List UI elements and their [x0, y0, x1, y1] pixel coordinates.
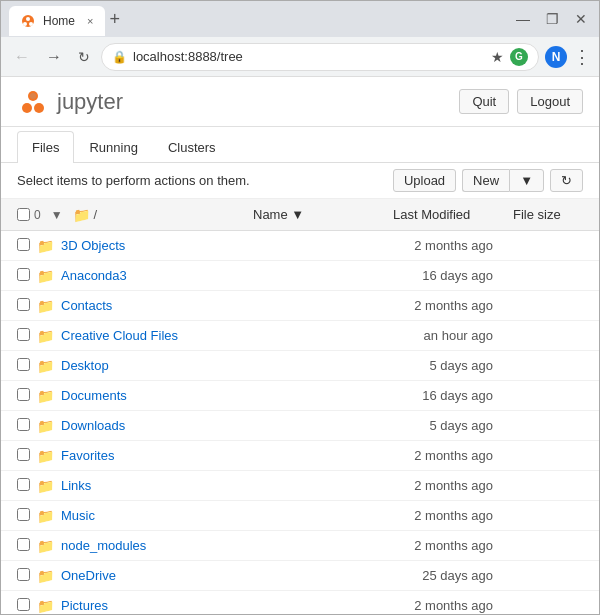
folder-icon-3: 📁: [37, 328, 55, 344]
folder-icon-7: 📁: [37, 448, 55, 464]
checkbox-6[interactable]: [17, 418, 30, 431]
extension-icon[interactable]: G: [510, 48, 528, 66]
file-name-4[interactable]: Desktop: [61, 358, 393, 373]
refresh-button[interactable]: ↻: [550, 169, 583, 192]
row-checkbox-11[interactable]: [17, 568, 37, 584]
checkbox-2[interactable]: [17, 298, 30, 311]
logout-button[interactable]: Logout: [517, 89, 583, 114]
row-checkbox-12[interactable]: [17, 598, 37, 614]
row-checkbox-8[interactable]: [17, 478, 37, 494]
tab-close-button[interactable]: ×: [87, 15, 93, 27]
checkbox-0[interactable]: [17, 238, 30, 251]
jupyter-content: jupyter Quit Logout Files Running Cluste…: [1, 77, 599, 614]
file-name-10[interactable]: node_modules: [61, 538, 393, 553]
jupyter-header: jupyter Quit Logout: [1, 77, 599, 127]
row-checkbox-7[interactable]: [17, 448, 37, 464]
row-checkbox-5[interactable]: [17, 388, 37, 404]
url-bar[interactable]: 🔒 localhost:8888/tree ★ G: [101, 43, 539, 71]
checkbox-3[interactable]: [17, 328, 30, 341]
url-text: localhost:8888/tree: [133, 49, 485, 64]
checkbox-10[interactable]: [17, 538, 30, 551]
file-name-3[interactable]: Creative Cloud Files: [61, 328, 393, 343]
checkbox-8[interactable]: [17, 478, 30, 491]
table-row: 📁 3D Objects 2 months ago: [1, 231, 599, 261]
row-checkbox-6[interactable]: [17, 418, 37, 434]
table-row: 📁 Creative Cloud Files an hour ago: [1, 321, 599, 351]
folder-icon: 📁: [73, 207, 90, 223]
checkbox-9[interactable]: [17, 508, 30, 521]
jupyter-title: jupyter: [57, 89, 123, 115]
row-checkbox-3[interactable]: [17, 328, 37, 344]
back-button[interactable]: ←: [9, 46, 35, 68]
select-count: 0: [34, 208, 41, 222]
file-modified-8: 2 months ago: [393, 478, 513, 493]
file-name-5[interactable]: Documents: [61, 388, 393, 403]
col-header-name[interactable]: Name ▼: [253, 207, 393, 222]
svg-point-5: [22, 103, 32, 113]
checkbox-12[interactable]: [17, 598, 30, 611]
file-toolbar: Select items to perform actions on them.…: [1, 163, 599, 199]
table-row: 📁 Desktop 5 days ago: [1, 351, 599, 381]
file-name-2[interactable]: Contacts: [61, 298, 393, 313]
file-name-11[interactable]: OneDrive: [61, 568, 393, 583]
checkbox-5[interactable]: [17, 388, 30, 401]
checkbox-11[interactable]: [17, 568, 30, 581]
active-tab[interactable]: Home ×: [9, 6, 105, 36]
col-header-size[interactable]: File size: [513, 207, 583, 222]
select-all-checkbox[interactable]: [17, 208, 30, 221]
jupyter-logo-icon: [17, 86, 49, 118]
table-row: 📁 node_modules 2 months ago: [1, 531, 599, 561]
new-button-group: New ▼: [462, 169, 544, 192]
file-name-6[interactable]: Downloads: [61, 418, 393, 433]
title-bar: Home × + — ❐ ✕: [1, 1, 599, 37]
forward-button[interactable]: →: [41, 46, 67, 68]
tab-clusters[interactable]: Clusters: [153, 131, 231, 163]
maximize-button[interactable]: ❐: [542, 9, 563, 29]
tab-files[interactable]: Files: [17, 131, 74, 163]
row-checkbox-10[interactable]: [17, 538, 37, 554]
folder-icon-9: 📁: [37, 508, 55, 524]
file-modified-6: 5 days ago: [393, 418, 513, 433]
row-checkbox-1[interactable]: [17, 268, 37, 284]
new-tab-button[interactable]: +: [109, 10, 120, 28]
close-button[interactable]: ✕: [571, 9, 591, 29]
table-row: 📁 Links 2 months ago: [1, 471, 599, 501]
select-all-check[interactable]: 0: [17, 208, 41, 222]
row-checkbox-9[interactable]: [17, 508, 37, 524]
checkbox-1[interactable]: [17, 268, 30, 281]
folder-icon-6: 📁: [37, 418, 55, 434]
file-modified-5: 16 days ago: [393, 388, 513, 403]
minimize-button[interactable]: —: [512, 9, 534, 29]
file-name-8[interactable]: Links: [61, 478, 393, 493]
checkbox-4[interactable]: [17, 358, 30, 371]
file-name-0[interactable]: 3D Objects: [61, 238, 393, 253]
tab-running[interactable]: Running: [74, 131, 152, 163]
file-name-1[interactable]: Anaconda3: [61, 268, 393, 283]
quit-button[interactable]: Quit: [459, 89, 509, 114]
header-buttons: Quit Logout: [459, 89, 583, 114]
file-modified-9: 2 months ago: [393, 508, 513, 523]
new-button[interactable]: New: [462, 169, 509, 192]
folder-icon-8: 📁: [37, 478, 55, 494]
menu-icon[interactable]: ⋮: [573, 46, 591, 68]
file-name-9[interactable]: Music: [61, 508, 393, 523]
file-modified-11: 25 days ago: [393, 568, 513, 583]
table-row: 📁 Pictures 2 months ago: [1, 591, 599, 614]
upload-button[interactable]: Upload: [393, 169, 456, 192]
reload-button[interactable]: ↻: [73, 47, 95, 67]
file-name-12[interactable]: Pictures: [61, 598, 393, 613]
folder-icon-1: 📁: [37, 268, 55, 284]
row-checkbox-4[interactable]: [17, 358, 37, 374]
checkbox-7[interactable]: [17, 448, 30, 461]
tab-title: Home: [43, 14, 75, 28]
svg-point-6: [34, 103, 44, 113]
new-dropdown-button[interactable]: ▼: [509, 169, 544, 192]
row-checkbox-0[interactable]: [17, 238, 37, 254]
profile-icon[interactable]: N: [545, 46, 567, 68]
tab-navigation: Files Running Clusters: [1, 131, 599, 163]
col-header-modified[interactable]: Last Modified: [393, 207, 513, 222]
row-checkbox-2[interactable]: [17, 298, 37, 314]
file-name-7[interactable]: Favorites: [61, 448, 393, 463]
select-dropdown-arrow[interactable]: ▼: [51, 208, 63, 222]
bookmark-icon[interactable]: ★: [491, 49, 504, 65]
